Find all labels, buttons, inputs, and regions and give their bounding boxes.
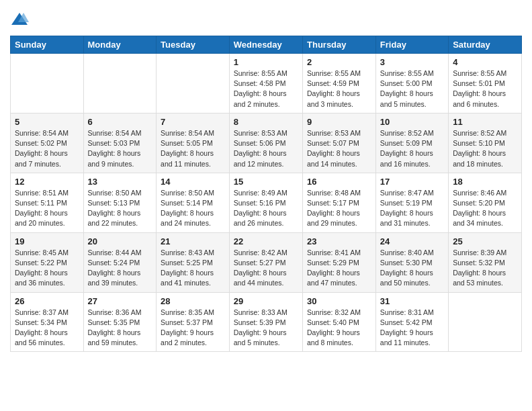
calendar-cell: 31Sunrise: 8:31 AMSunset: 5:42 PMDayligh… (375, 292, 448, 352)
cell-content: Sunrise: 8:52 AMSunset: 5:10 PMDaylight:… (453, 128, 517, 169)
calendar-cell: 9Sunrise: 8:53 AMSunset: 5:07 PMDaylight… (303, 113, 376, 173)
calendar-week-row: 19Sunrise: 8:45 AMSunset: 5:22 PMDayligh… (11, 232, 522, 292)
day-number: 22 (234, 236, 298, 246)
calendar-cell (157, 54, 230, 113)
calendar-cell: 2Sunrise: 8:55 AMSunset: 4:59 PMDaylight… (303, 54, 376, 113)
day-number: 20 (88, 236, 152, 246)
calendar-cell: 1Sunrise: 8:55 AMSunset: 4:58 PMDaylight… (229, 54, 302, 113)
day-number: 9 (307, 117, 371, 127)
cell-content: Sunrise: 8:42 AMSunset: 5:27 PMDaylight:… (234, 248, 298, 289)
calendar-cell (83, 54, 157, 113)
cell-content: Sunrise: 8:53 AMSunset: 5:06 PMDaylight:… (234, 128, 298, 169)
day-number: 8 (234, 117, 298, 127)
calendar-cell: 16Sunrise: 8:48 AMSunset: 5:17 PMDayligh… (303, 173, 376, 232)
cell-content: Sunrise: 8:41 AMSunset: 5:29 PMDaylight:… (307, 248, 371, 289)
day-number: 7 (161, 117, 225, 127)
calendar-cell: 3Sunrise: 8:55 AMSunset: 5:00 PMDaylight… (375, 54, 448, 113)
calendar-cell: 29Sunrise: 8:33 AMSunset: 5:39 PMDayligh… (229, 292, 302, 352)
logo-icon (10, 10, 29, 29)
calendar-week-row: 26Sunrise: 8:37 AMSunset: 5:34 PMDayligh… (11, 292, 522, 352)
calendar-cell: 21Sunrise: 8:43 AMSunset: 5:25 PMDayligh… (157, 232, 230, 292)
day-number: 6 (88, 117, 152, 127)
cell-content: Sunrise: 8:45 AMSunset: 5:22 PMDaylight:… (15, 248, 79, 289)
calendar-day-header: Sunday (11, 36, 84, 54)
cell-content: Sunrise: 8:55 AMSunset: 5:01 PMDaylight:… (453, 68, 517, 109)
calendar-week-row: 5Sunrise: 8:54 AMSunset: 5:02 PMDaylight… (11, 113, 522, 173)
day-number: 2 (307, 57, 371, 67)
calendar-cell: 27Sunrise: 8:36 AMSunset: 5:35 PMDayligh… (83, 292, 157, 352)
calendar-day-header: Tuesday (157, 36, 230, 54)
cell-content: Sunrise: 8:51 AMSunset: 5:11 PMDaylight:… (15, 188, 79, 229)
cell-content: Sunrise: 8:33 AMSunset: 5:39 PMDaylight:… (234, 308, 298, 349)
day-number: 1 (234, 57, 298, 67)
calendar-cell: 8Sunrise: 8:53 AMSunset: 5:06 PMDaylight… (229, 113, 302, 173)
day-number: 29 (234, 296, 298, 306)
cell-content: Sunrise: 8:55 AMSunset: 4:58 PMDaylight:… (234, 68, 298, 109)
cell-content: Sunrise: 8:44 AMSunset: 5:24 PMDaylight:… (88, 248, 152, 289)
day-number: 30 (307, 296, 371, 306)
day-number: 15 (234, 177, 298, 187)
day-number: 19 (15, 236, 79, 246)
cell-content: Sunrise: 8:50 AMSunset: 5:13 PMDaylight:… (88, 188, 152, 229)
day-number: 28 (161, 296, 225, 306)
day-number: 21 (161, 236, 225, 246)
cell-content: Sunrise: 8:31 AMSunset: 5:42 PMDaylight:… (380, 308, 444, 349)
cell-content: Sunrise: 8:55 AMSunset: 4:59 PMDaylight:… (307, 68, 371, 109)
cell-content: Sunrise: 8:49 AMSunset: 5:16 PMDaylight:… (234, 188, 298, 229)
day-number: 24 (380, 236, 444, 246)
calendar-cell: 26Sunrise: 8:37 AMSunset: 5:34 PMDayligh… (11, 292, 84, 352)
day-number: 31 (380, 296, 444, 306)
cell-content: Sunrise: 8:50 AMSunset: 5:14 PMDaylight:… (161, 188, 225, 229)
calendar-cell: 20Sunrise: 8:44 AMSunset: 5:24 PMDayligh… (83, 232, 157, 292)
cell-content: Sunrise: 8:32 AMSunset: 5:40 PMDaylight:… (307, 308, 371, 349)
day-number: 17 (380, 177, 444, 187)
calendar-cell: 15Sunrise: 8:49 AMSunset: 5:16 PMDayligh… (229, 173, 302, 232)
logo (10, 10, 32, 29)
cell-content: Sunrise: 8:54 AMSunset: 5:02 PMDaylight:… (15, 128, 79, 169)
calendar-cell: 13Sunrise: 8:50 AMSunset: 5:13 PMDayligh… (83, 173, 157, 232)
calendar-cell: 4Sunrise: 8:55 AMSunset: 5:01 PMDaylight… (449, 54, 522, 113)
cell-content: Sunrise: 8:43 AMSunset: 5:25 PMDaylight:… (161, 248, 225, 289)
calendar-cell: 22Sunrise: 8:42 AMSunset: 5:27 PMDayligh… (229, 232, 302, 292)
cell-content: Sunrise: 8:55 AMSunset: 5:00 PMDaylight:… (380, 68, 444, 109)
cell-content: Sunrise: 8:54 AMSunset: 5:05 PMDaylight:… (161, 128, 225, 169)
cell-content: Sunrise: 8:37 AMSunset: 5:34 PMDaylight:… (15, 308, 79, 349)
calendar-cell: 30Sunrise: 8:32 AMSunset: 5:40 PMDayligh… (303, 292, 376, 352)
day-number: 14 (161, 177, 225, 187)
calendar-day-header: Wednesday (229, 36, 302, 54)
day-number: 5 (15, 117, 79, 127)
calendar-day-header: Monday (83, 36, 157, 54)
day-number: 3 (380, 57, 444, 67)
cell-content: Sunrise: 8:48 AMSunset: 5:17 PMDaylight:… (307, 188, 371, 229)
calendar-cell: 28Sunrise: 8:35 AMSunset: 5:37 PMDayligh… (157, 292, 230, 352)
day-number: 23 (307, 236, 371, 246)
day-number: 11 (453, 117, 517, 127)
calendar-day-header: Saturday (449, 36, 522, 54)
cell-content: Sunrise: 8:54 AMSunset: 5:03 PMDaylight:… (88, 128, 152, 169)
cell-content: Sunrise: 8:52 AMSunset: 5:09 PMDaylight:… (380, 128, 444, 169)
calendar-cell (449, 292, 522, 352)
cell-content: Sunrise: 8:36 AMSunset: 5:35 PMDaylight:… (88, 308, 152, 349)
calendar-week-row: 1Sunrise: 8:55 AMSunset: 4:58 PMDaylight… (11, 54, 522, 113)
page-header (10, 10, 522, 29)
day-number: 10 (380, 117, 444, 127)
cell-content: Sunrise: 8:39 AMSunset: 5:32 PMDaylight:… (453, 248, 517, 289)
calendar-cell: 10Sunrise: 8:52 AMSunset: 5:09 PMDayligh… (375, 113, 448, 173)
cell-content: Sunrise: 8:53 AMSunset: 5:07 PMDaylight:… (307, 128, 371, 169)
calendar-week-row: 12Sunrise: 8:51 AMSunset: 5:11 PMDayligh… (11, 173, 522, 232)
calendar-cell (11, 54, 84, 113)
calendar-day-header: Friday (375, 36, 448, 54)
day-number: 13 (88, 177, 152, 187)
calendar-cell: 5Sunrise: 8:54 AMSunset: 5:02 PMDaylight… (11, 113, 84, 173)
calendar-day-header: Thursday (303, 36, 376, 54)
day-number: 18 (453, 177, 517, 187)
calendar-cell: 6Sunrise: 8:54 AMSunset: 5:03 PMDaylight… (83, 113, 157, 173)
calendar-cell: 23Sunrise: 8:41 AMSunset: 5:29 PMDayligh… (303, 232, 376, 292)
calendar-cell: 17Sunrise: 8:47 AMSunset: 5:19 PMDayligh… (375, 173, 448, 232)
day-number: 4 (453, 57, 517, 67)
calendar-cell: 25Sunrise: 8:39 AMSunset: 5:32 PMDayligh… (449, 232, 522, 292)
cell-content: Sunrise: 8:40 AMSunset: 5:30 PMDaylight:… (380, 248, 444, 289)
calendar-header-row: SundayMondayTuesdayWednesdayThursdayFrid… (11, 36, 522, 54)
cell-content: Sunrise: 8:35 AMSunset: 5:37 PMDaylight:… (161, 308, 225, 349)
cell-content: Sunrise: 8:46 AMSunset: 5:20 PMDaylight:… (453, 188, 517, 229)
